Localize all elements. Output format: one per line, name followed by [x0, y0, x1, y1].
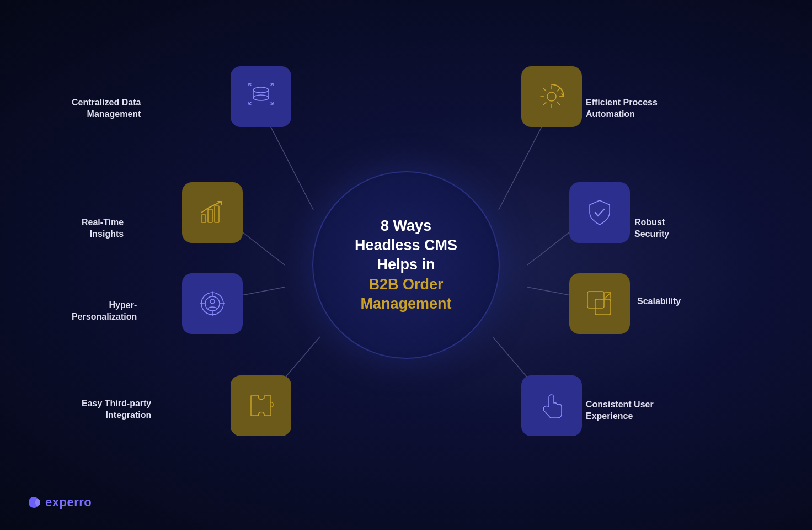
- hand-pointer-icon: [536, 390, 567, 421]
- puzzle-icon: [245, 390, 276, 421]
- label-scalability: Scalability: [637, 295, 681, 308]
- svg-point-11: [253, 95, 269, 100]
- svg-rect-14: [208, 209, 212, 222]
- gear-refresh-icon: [536, 81, 567, 112]
- icon-box-realtime-insights: [182, 182, 243, 243]
- database-arrows-icon: [245, 81, 276, 112]
- icon-box-process-automation: [521, 66, 582, 127]
- icon-box-user-experience: [521, 375, 582, 436]
- icon-box-centralized-data: [231, 66, 291, 127]
- logo: experro: [26, 495, 92, 510]
- center-circle: 8 Ways Headless CMS Helps in B2B Order M…: [312, 171, 500, 359]
- icon-box-scalability: [569, 273, 630, 334]
- label-robust-security: Robust Security: [634, 204, 669, 240]
- expand-box-icon: [584, 288, 615, 319]
- label-realtime-insights: Real-Time Insights: [82, 204, 124, 240]
- center-title-gold: B2B Order Management: [360, 275, 451, 314]
- label-process-automation: Efficient Process Automation: [586, 84, 658, 120]
- label-third-party: Easy Third-party Integration: [82, 385, 151, 421]
- svg-rect-24: [595, 299, 611, 315]
- center-title-white: 8 Ways Headless CMS Helps in: [355, 216, 457, 274]
- experro-logo-icon: [26, 495, 42, 510]
- target-person-icon: [197, 288, 228, 319]
- icon-box-third-party: [231, 375, 291, 436]
- svg-point-8: [253, 87, 269, 93]
- main-container: 8 Ways Headless CMS Helps in B2B Order M…: [0, 0, 812, 530]
- icon-box-robust-security: [569, 182, 630, 243]
- svg-rect-15: [215, 206, 219, 222]
- shield-check-icon: [584, 197, 615, 228]
- svg-line-25: [604, 293, 611, 299]
- svg-point-22: [210, 299, 215, 304]
- svg-rect-13: [201, 215, 206, 222]
- logo-text: experro: [45, 495, 92, 510]
- icon-box-hyper-personalization: [182, 273, 243, 334]
- label-hyper-personalization: Hyper- Personalization: [72, 287, 137, 323]
- svg-point-12: [547, 92, 556, 101]
- chart-up-icon: [197, 197, 228, 228]
- label-user-experience: Consistent User Experience: [586, 386, 654, 422]
- label-centralized-data: Centralized Data Management: [72, 84, 141, 120]
